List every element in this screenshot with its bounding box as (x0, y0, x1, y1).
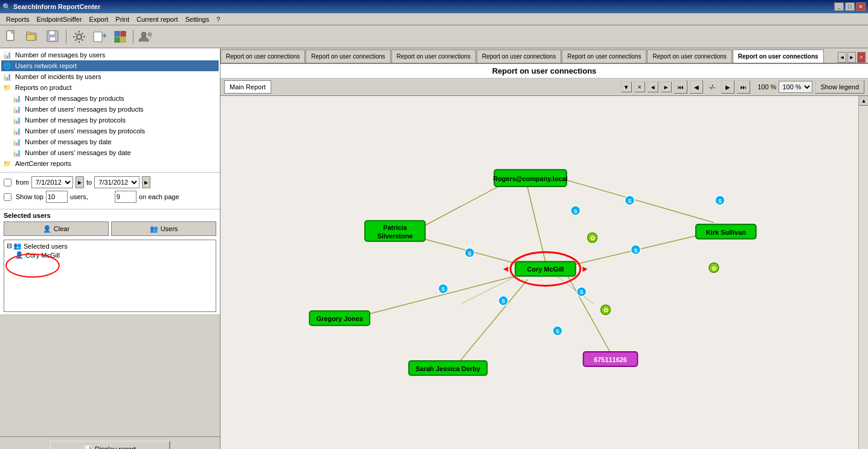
toolbar-settings-btn[interactable] (69, 28, 89, 46)
cory-mcgill-item[interactable]: 👤 Cory McGill (5, 250, 214, 260)
tab-2[interactable]: Report on user connections (306, 49, 390, 63)
bottom-bar: 📊 Display report (0, 436, 220, 449)
tree-item-label-10: AlertCenter reports (15, 160, 71, 167)
tabs-close-btn[interactable]: × (857, 52, 866, 63)
svg-rect-9 (94, 32, 102, 42)
nav-fwd-btn[interactable]: ▶ (721, 80, 735, 94)
tree-item-10[interactable]: 📁AlertCenter reports (1, 158, 219, 169)
app-icon: 🔍 (2, 3, 11, 11)
tree-item-label-1: Users network report (15, 62, 77, 69)
svg-text:S: S (574, 208, 577, 214)
left-spacer (0, 315, 220, 436)
graph-area[interactable]: S S S S (220, 96, 858, 449)
minimize-btn[interactable]: _ (834, 2, 844, 11)
menu-endpointsniffer[interactable]: EndpointSniffer (33, 14, 86, 24)
right-panel: Report on user connections Report on use… (220, 48, 868, 449)
close-report-btn[interactable]: × (634, 81, 645, 92)
nav-first-btn[interactable]: ⏮ (674, 80, 687, 94)
close-btn[interactable]: × (856, 2, 866, 11)
toolbar-users-btn[interactable] (137, 28, 156, 46)
tree-item-label-0: Number of messages by users (15, 51, 105, 59)
vscroll-up-btn[interactable]: ▲ (859, 96, 868, 106)
display-report-btn[interactable]: 📊 Display report (50, 441, 170, 449)
from-date-next-btn[interactable]: ▶ (76, 176, 84, 188)
show-top-checkbox[interactable] (4, 193, 11, 201)
tree-item-8[interactable]: 📊Number of messages by date (1, 136, 219, 147)
toolbar-export-btn[interactable] (90, 28, 109, 46)
tree-item-0[interactable]: 📊Number of messages by users (1, 49, 219, 60)
left-panel: 📊Number of messages by users🌐Users netwo… (0, 48, 220, 449)
report-header: Report on user connections (220, 64, 868, 78)
tree-item-5[interactable]: 📊Number of users' messages by products (1, 104, 219, 115)
tab-4[interactable]: Report on user connections (477, 49, 561, 63)
from-checkbox[interactable] (4, 179, 11, 186)
tree-item-label-4: Number of messages by products (25, 95, 124, 102)
selected-users-label: Selected users (4, 212, 216, 219)
nav-prev-page-btn[interactable]: ◄ (648, 81, 658, 92)
toolbar-new-btn[interactable] (2, 28, 22, 46)
clear-btn[interactable]: 👤 Clear (4, 221, 109, 236)
svg-point-15 (148, 33, 152, 36)
main-report-tab[interactable]: Main Report (224, 80, 271, 94)
svg-text:✿: ✿ (712, 265, 716, 272)
show-legend-btn[interactable]: Show legend (815, 80, 864, 94)
svg-text:S: S (580, 289, 583, 295)
menu-reports[interactable]: Reports (2, 14, 33, 24)
tab-6[interactable]: Report on user connections (647, 49, 731, 63)
from-date-select[interactable]: 7/1/2012 (31, 176, 73, 188)
users-btn[interactable]: 👥 Users (111, 221, 216, 236)
selected-users-area: Selected users 👤 Clear 👥 Users ⊟ 👥 Selec… (0, 209, 220, 315)
tab-3-label: Report on user connections (397, 53, 471, 60)
svg-text:Silverstone: Silverstone (377, 232, 413, 240)
main-layout: 📊Number of messages by users🌐Users netwo… (0, 48, 868, 449)
nav-last-btn[interactable]: ⏭ (737, 80, 750, 94)
toolbar-save-btn[interactable] (43, 28, 63, 46)
tree-item-1[interactable]: 🌐Users network report (1, 60, 219, 71)
menu-settings[interactable]: Settings (181, 14, 213, 24)
tab-3[interactable]: Report on user connections (391, 49, 476, 63)
toolbar-separator-2 (133, 30, 133, 44)
graph-with-scroll: S S S S (220, 96, 868, 449)
per-page-input[interactable] (115, 191, 137, 203)
svg-text:Kirk Sullivan: Kirk Sullivan (706, 229, 746, 236)
tabs-arrow-right[interactable]: ► (847, 52, 856, 63)
tabs-arrow-left[interactable]: ◄ (838, 52, 846, 63)
chart-icon: 📊 (2, 50, 12, 60)
toolbar-open-btn[interactable] (23, 28, 42, 46)
svg-text:►: ► (581, 264, 590, 274)
svg-rect-6 (49, 31, 55, 35)
report-content: Report on user connections Main Report ▼… (220, 64, 868, 449)
to-date-next-btn[interactable]: ▶ (142, 176, 150, 188)
menu-help[interactable]: ? (213, 14, 223, 24)
tree-item-9[interactable]: 📊Number of users' messages by date (1, 147, 219, 158)
tree-item-4[interactable]: 📊Number of messages by products (1, 93, 219, 104)
display-report-label: Display report (95, 445, 136, 449)
filter-area: from 7/1/2012 ▶ to 7/31/2012 ▶ Show top … (0, 173, 220, 209)
tree-item-6[interactable]: 📊Number of messages by protocols (1, 115, 219, 126)
report-tree[interactable]: 📊Number of messages by users🌐Users netwo… (0, 48, 220, 173)
svg-text:S: S (556, 328, 559, 334)
tree-item-7[interactable]: 📊Number of users' messages by protocols (1, 126, 219, 136)
menu-current-report[interactable]: Current report (133, 14, 181, 24)
top-count-input[interactable] (46, 191, 68, 203)
tab-7[interactable]: Report on user connections (733, 49, 824, 63)
vscroll-track[interactable] (859, 106, 868, 449)
dropdown-arrow-btn[interactable]: ▼ (621, 81, 632, 92)
vertical-scrollbar[interactable]: ▲ ▼ (858, 96, 868, 449)
scale-select[interactable]: 100 % 50 % 75 % 125 % 150 % 200 % (779, 81, 812, 93)
toolbar-config-btn[interactable] (111, 28, 130, 46)
menu-print[interactable]: Print (112, 14, 133, 24)
chart-icon: 📊 (12, 137, 22, 147)
menu-export[interactable]: Export (86, 14, 112, 24)
to-date-select[interactable]: 7/31/2012 (94, 176, 140, 188)
expand-icon: ⊟ (7, 242, 12, 250)
tab-5[interactable]: Report on user connections (562, 49, 646, 63)
tab-1[interactable]: Report on user connections (220, 49, 305, 63)
maximize-btn[interactable]: □ (845, 2, 855, 11)
tree-item-3[interactable]: 📁Reports on product (1, 82, 219, 93)
tree-item-2[interactable]: 📊Number of incidents by users (1, 71, 219, 82)
users-group-icon: 👥 (13, 242, 22, 250)
nav-next-page-btn[interactable]: ► (661, 81, 672, 92)
nav-back-btn[interactable]: ◀ (690, 80, 703, 94)
selected-users-root[interactable]: ⊟ 👥 Selected users (5, 241, 214, 250)
